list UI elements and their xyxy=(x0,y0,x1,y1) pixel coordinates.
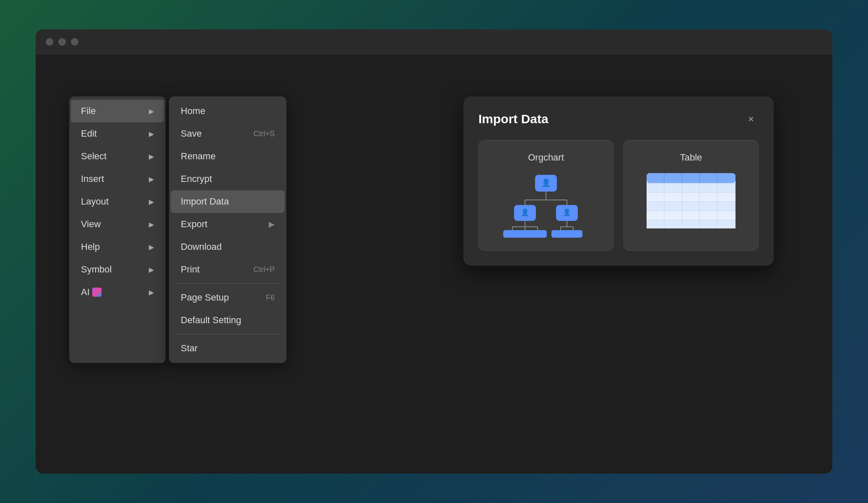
traffic-light-minimize[interactable] xyxy=(58,38,66,46)
menu-item-ai[interactable]: AI ▶ xyxy=(71,281,164,303)
menu-item-edit[interactable]: Edit ▶ xyxy=(71,122,164,145)
svg-rect-33 xyxy=(647,211,735,220)
svg-rect-23 xyxy=(564,230,582,238)
dialog-option-table[interactable]: Table xyxy=(624,140,759,251)
menu-divider xyxy=(176,283,280,284)
menu-item-encrypt[interactable]: Encrypt xyxy=(171,168,285,190)
menu-item-star[interactable]: Star xyxy=(171,337,285,360)
app-content: File ▶ Edit ▶ Select ▶ Insert ▶ Layout xyxy=(36,54,832,474)
menu-item-save[interactable]: Save Ctrl+S xyxy=(171,122,285,145)
secondary-menu: Home Save Ctrl+S Rename Encrypt Import D… xyxy=(169,96,286,363)
table-label: Table xyxy=(680,152,702,163)
menu-item-help[interactable]: Help ▶ xyxy=(71,236,164,258)
svg-rect-34 xyxy=(647,220,735,228)
svg-text:👤: 👤 xyxy=(521,208,529,216)
traffic-light-close[interactable] xyxy=(46,38,53,46)
chevron-right-icon: ▶ xyxy=(149,288,154,296)
traffic-light-maximize[interactable] xyxy=(71,38,78,46)
menu-container: File ▶ Edit ▶ Select ▶ Insert ▶ Layout xyxy=(69,96,286,363)
menu-item-page-setup[interactable]: Page Setup F6 xyxy=(171,286,285,309)
menu-item-export[interactable]: Export ▶ xyxy=(171,213,285,236)
app-window: File ▶ Edit ▶ Select ▶ Insert ▶ Layout xyxy=(36,29,832,474)
menu-item-layout[interactable]: Layout ▶ xyxy=(71,190,164,213)
menu-item-insert[interactable]: Insert ▶ xyxy=(71,168,164,190)
chevron-right-icon: ▶ xyxy=(149,266,154,274)
title-bar xyxy=(36,29,832,54)
svg-rect-31 xyxy=(647,192,735,202)
chevron-right-icon: ▶ xyxy=(149,107,154,115)
menu-item-view[interactable]: View ▶ xyxy=(71,213,164,236)
menu-item-download[interactable]: Download xyxy=(171,236,285,258)
svg-rect-30 xyxy=(647,183,735,192)
menu-item-import-data[interactable]: Import Data xyxy=(171,190,285,213)
svg-text:👤: 👤 xyxy=(563,208,571,216)
primary-menu: File ▶ Edit ▶ Select ▶ Insert ▶ Layout xyxy=(69,96,166,363)
chevron-right-icon: ▶ xyxy=(149,130,154,138)
chevron-right-icon: ▶ xyxy=(269,220,275,229)
orgchart-visualization: 👤 👤 👤 xyxy=(500,171,592,239)
dialog-title: Import Data xyxy=(478,112,548,126)
chevron-right-icon: ▶ xyxy=(149,175,154,183)
dialog-option-orgchart[interactable]: Orgchart 👤 xyxy=(478,140,613,251)
chevron-right-icon: ▶ xyxy=(149,153,154,161)
svg-text:👤: 👤 xyxy=(541,178,551,187)
dialog-options: Orgchart 👤 xyxy=(478,140,759,251)
dialog-header: Import Data × xyxy=(478,111,759,127)
orgchart-label: Orgchart xyxy=(528,152,564,163)
menu-divider-2 xyxy=(176,334,280,334)
chevron-right-icon: ▶ xyxy=(149,198,154,206)
menu-item-symbol[interactable]: Symbol ▶ xyxy=(71,258,164,281)
table-visualization xyxy=(645,171,737,230)
menu-item-rename[interactable]: Rename xyxy=(171,145,285,168)
chevron-right-icon: ▶ xyxy=(149,220,154,228)
import-data-dialog: Import Data × Orgchart 👤 xyxy=(463,96,774,266)
svg-rect-21 xyxy=(528,230,547,238)
menu-item-select[interactable]: Select ▶ xyxy=(71,145,164,168)
dialog-close-button[interactable]: × xyxy=(743,111,759,127)
svg-rect-25 xyxy=(647,173,735,183)
menu-item-print[interactable]: Print Ctrl+P xyxy=(171,258,285,281)
menu-item-default-setting[interactable]: Default Setting xyxy=(171,309,285,332)
svg-rect-32 xyxy=(647,202,735,211)
menu-item-home[interactable]: Home xyxy=(171,100,285,122)
ai-gradient-icon xyxy=(92,288,101,297)
menu-item-file[interactable]: File ▶ xyxy=(71,100,164,122)
chevron-right-icon: ▶ xyxy=(149,243,154,251)
